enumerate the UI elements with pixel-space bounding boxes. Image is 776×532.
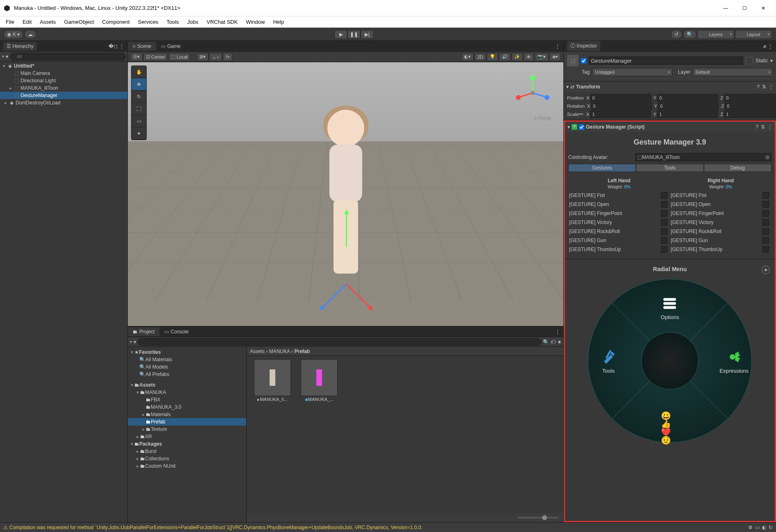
gesture-item[interactable]: [GESTURE] Rock&Roll (568, 227, 670, 236)
expand-icon[interactable]: ▾ (566, 84, 569, 90)
scene-row[interactable]: ▸◈ DontDestroyOnLoad (0, 99, 127, 106)
rotate-tool[interactable]: ↻ (132, 91, 146, 103)
menu-assets[interactable]: Assets (36, 17, 60, 27)
radial-menu[interactable]: Options Tools Expressions (584, 275, 756, 447)
prefab-file[interactable]: ◈MANUKA_... (297, 359, 342, 402)
folder-row[interactable]: ▸🖿 Texture (128, 426, 246, 433)
layers-dropdown[interactable]: Layers (697, 30, 734, 39)
orientation-gizmo[interactable]: y x z (514, 75, 551, 111)
fav-item[interactable]: 🔍 All Materials (128, 356, 246, 363)
layout-dropdown[interactable]: Layout (735, 30, 772, 39)
gizmos-button[interactable]: ◈▾ (549, 53, 561, 61)
inspector-tab[interactable]: ⓘ Inspector (567, 41, 600, 51)
project-search[interactable] (138, 338, 541, 346)
scene-viewport[interactable]: ✋ ✥ ↻ ⛶ ▭ ✦ y x (128, 62, 563, 326)
menu-vrchat[interactable]: VRChat SDK (202, 17, 242, 27)
static-dropdown-icon[interactable]: ▾ (770, 58, 773, 63)
undo-history-button[interactable]: ↺ (671, 30, 682, 39)
folder-row[interactable]: ▸🖿 Materials (128, 411, 246, 418)
maximize-button[interactable]: ☐ (735, 2, 754, 15)
camera-button[interactable]: 📷▾ (535, 53, 549, 61)
transform-tool[interactable]: ✦ (132, 127, 146, 140)
pos-z-field[interactable] (724, 94, 776, 102)
snap-inc-button[interactable]: ⫴▾ (223, 53, 233, 61)
gesture-item[interactable]: [GESTURE] Open (670, 200, 771, 209)
folder-row[interactable]: 🖿 FBX (128, 396, 246, 403)
status-icon[interactable]: ◐ (762, 525, 766, 530)
expand-icon[interactable]: ▾ (567, 124, 570, 130)
favorites-header[interactable]: ▾★ Favorites (128, 349, 246, 356)
gesture-item[interactable]: [GESTURE] FingerPoint (670, 209, 771, 218)
gesture-item[interactable]: [GESTURE] Open (568, 200, 670, 209)
audio-toggle[interactable]: 🔊 (499, 53, 511, 61)
search-by-label-icon[interactable]: 🏷 (551, 339, 556, 345)
rect-tool[interactable]: ▭ (132, 115, 146, 127)
thumbnail-size-slider[interactable] (247, 513, 563, 522)
game-tab[interactable]: ▭Game (156, 42, 186, 51)
gm-tab-debug[interactable]: Debug (704, 164, 771, 172)
panel-menu-icon[interactable]: ⋮ (119, 43, 124, 49)
radial-center[interactable] (641, 332, 699, 389)
folder-row[interactable]: ▸🖿 Burst (128, 448, 246, 455)
gameobject-name-field[interactable] (589, 57, 743, 65)
folder-row[interactable]: ▾🖿 MANUKA (128, 389, 246, 396)
rot-x-field[interactable] (591, 102, 652, 110)
static-checkbox[interactable] (746, 57, 753, 64)
hierarchy-item[interactable]: ⬚Main Camera (0, 70, 127, 77)
menu-jobs[interactable]: Jobs (183, 17, 202, 27)
move-tool[interactable]: ✥ (132, 78, 146, 91)
menu-tools[interactable]: Tools (162, 17, 183, 27)
hierarchy-tab[interactable]: ☰ Hierarchy (3, 42, 37, 51)
create-button[interactable]: + ▾ (2, 54, 8, 59)
cloud-button[interactable]: ☁ (24, 30, 36, 39)
status-icon[interactable]: ▭ (755, 525, 760, 530)
gesture-item[interactable]: [GESTURE] FingerPoint (568, 209, 670, 218)
console-tab[interactable]: ▭Console (159, 327, 193, 336)
tool-handle-button[interactable]: ☰▾ (130, 53, 143, 61)
gameobject-icon[interactable]: ⬚ (567, 55, 579, 66)
scl-x-field[interactable] (590, 111, 651, 118)
search-by-type-icon[interactable]: 🔍 (543, 339, 549, 345)
radial-expressions[interactable]: Expressions (719, 348, 749, 374)
hierarchy-item[interactable]: ▸⬚MANUKA_lilToon (0, 84, 127, 92)
close-button[interactable]: ✕ (754, 2, 773, 15)
gesture-item[interactable]: [GESTURE] Gun (568, 236, 670, 245)
radial-add-button[interactable]: + (762, 266, 770, 274)
menu-services[interactable]: Services (134, 17, 163, 27)
create-button[interactable]: + ▾ (129, 339, 136, 345)
breadcrumb-item[interactable]: Prefab (295, 349, 310, 354)
packages-header[interactable]: ▾🖿 Packages (128, 440, 246, 448)
menu-icon[interactable]: ⋮ (769, 84, 774, 90)
radial-options[interactable]: Options (661, 294, 679, 320)
light-toggle[interactable]: 💡 (487, 53, 498, 61)
project-tab[interactable]: 🖿Project (128, 327, 159, 336)
link-icon[interactable]: ⚯ (579, 111, 583, 117)
panel-lock-icon[interactable]: ⌀ (763, 43, 766, 49)
hand-tool[interactable]: ✋ (132, 66, 146, 78)
save-search-icon[interactable]: ★ (557, 339, 562, 345)
scl-y-field[interactable] (657, 111, 718, 118)
scene-tab[interactable]: ⌗Scene (128, 42, 156, 51)
2d-toggle[interactable]: 2D (474, 53, 486, 61)
fav-item[interactable]: 🔍 All Prefabs (128, 371, 246, 378)
status-warning[interactable]: ⚠ Compilation was requested for method `… (3, 525, 422, 530)
minimize-button[interactable]: — (716, 2, 735, 15)
gm-tab-gestures[interactable]: Gestures (568, 164, 636, 172)
scene-row[interactable]: ▾◈ Untitled* (0, 62, 127, 70)
menu-icon[interactable]: ⋮ (767, 124, 772, 130)
play-button[interactable]: ▶ (334, 30, 347, 39)
gm-tab-tools[interactable]: Tools (636, 164, 703, 172)
scale-tool[interactable]: ⛶ (132, 103, 146, 115)
tab-menu-icon[interactable]: ⋮ (555, 43, 563, 49)
tab-menu-icon[interactable]: ⋮ (555, 329, 563, 335)
hierarchy-item[interactable]: ⬚Directional Light (0, 77, 127, 84)
folder-row[interactable]: 🖿 MANUKA_3.0 (128, 403, 246, 411)
menu-file[interactable]: File (2, 17, 18, 27)
panel-lock-icon[interactable]: �◻ (109, 43, 118, 49)
gesture-item[interactable]: [GESTURE] Rock&Roll (670, 227, 771, 236)
gesture-item[interactable]: [GESTURE] Victory (670, 218, 771, 227)
gesture-item[interactable]: [GESTURE] ThumbsUp (670, 245, 771, 254)
account-button[interactable]: ◉ K ▾ (3, 30, 23, 39)
menu-window[interactable]: Window (242, 17, 269, 27)
projection-label[interactable]: ≡ Persp (534, 115, 551, 121)
